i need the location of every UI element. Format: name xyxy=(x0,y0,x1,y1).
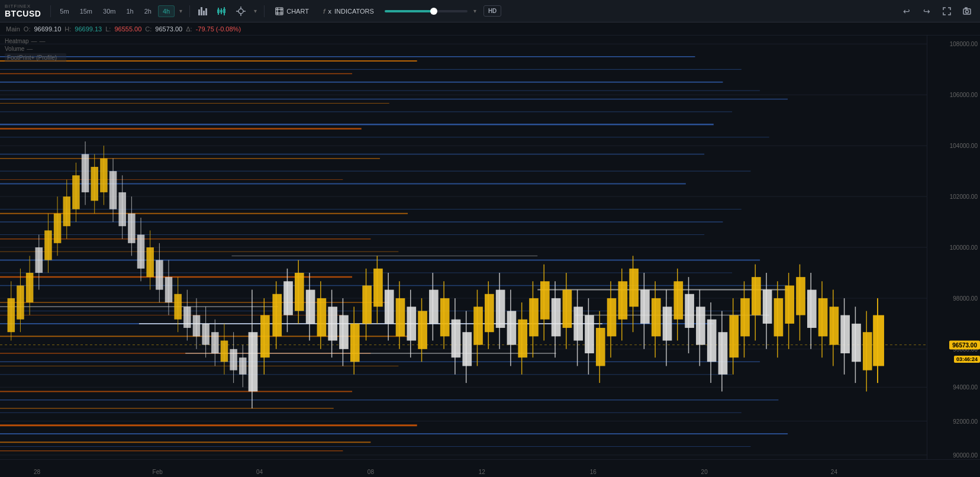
current-time-badge: 03:46:24 xyxy=(954,356,980,363)
svg-rect-168 xyxy=(763,290,772,324)
svg-rect-76 xyxy=(249,332,258,391)
slider-container: ▾ xyxy=(385,8,479,14)
divider3 xyxy=(264,5,265,17)
brand-block: BITFINEX BTCUSD xyxy=(5,4,41,18)
svg-rect-118 xyxy=(485,294,494,332)
hd-badge[interactable]: HD xyxy=(483,5,501,17)
svg-rect-64 xyxy=(193,315,201,337)
high-value: 96699.13 xyxy=(75,25,102,33)
volume-label: Volume xyxy=(5,46,24,52)
svg-rect-60 xyxy=(174,294,182,320)
chart-main-row: Heatmap — — Volume — FootPrint+ (Profile… xyxy=(0,36,980,459)
svg-rect-114 xyxy=(462,332,472,366)
crosshair-dropdown-arrow[interactable]: ▾ xyxy=(252,8,259,14)
time-label-feb: Feb xyxy=(153,469,163,475)
svg-rect-46 xyxy=(109,171,117,209)
footprint-label: FootPrint+ (Profile) xyxy=(7,54,57,61)
svg-rect-100 xyxy=(385,290,394,324)
crosshair-icon xyxy=(236,7,246,16)
candle-group-drop xyxy=(249,260,360,408)
svg-rect-176 xyxy=(807,290,817,328)
delta-value: -79.75 (-0.08%) xyxy=(196,25,241,33)
price-tick-90000: 90000.00 xyxy=(953,452,978,458)
left-panel: Heatmap — — Volume — FootPrint+ (Profile… xyxy=(0,36,71,66)
redo-button[interactable]: ↪ xyxy=(918,3,935,20)
svg-rect-126 xyxy=(529,298,539,336)
price-tick-108000: 108000.00 xyxy=(950,41,978,47)
heatmap-settings-icon[interactable]: — xyxy=(31,38,37,44)
svg-rect-102 xyxy=(396,298,405,336)
svg-rect-150 xyxy=(663,307,672,340)
svg-rect-48 xyxy=(118,192,126,226)
svg-rect-174 xyxy=(796,277,805,315)
tf-1h[interactable]: 1h xyxy=(122,6,137,17)
svg-rect-162 xyxy=(729,315,739,358)
indicators-button[interactable]: f x INDICATORS xyxy=(317,5,380,17)
svg-rect-38 xyxy=(72,175,80,209)
svg-rect-144 xyxy=(629,269,639,307)
delta-label: Δ: xyxy=(186,25,192,33)
snapshot-button[interactable] xyxy=(959,3,975,20)
price-tick-106000: 106000.00 xyxy=(950,92,978,98)
time-label-20: 20 xyxy=(701,469,708,475)
toolbar: BITFINEX BTCUSD 5m 15m 30m 1h 2h 4h ▾ ▾ xyxy=(0,0,980,22)
svg-point-21 xyxy=(966,10,969,13)
svg-rect-44 xyxy=(100,159,108,192)
bar-chart-icon-btn[interactable] xyxy=(195,3,211,20)
divider2 xyxy=(189,5,190,17)
time-label-24: 24 xyxy=(831,469,837,475)
volume-settings-icon[interactable]: — xyxy=(27,46,33,52)
range-slider[interactable] xyxy=(385,10,468,12)
slider-dropdown-arrow[interactable]: ▾ xyxy=(471,8,479,14)
heatmap-close-icon[interactable]: — xyxy=(40,38,46,44)
bar-chart-icon xyxy=(198,7,208,15)
svg-rect-172 xyxy=(785,285,794,323)
svg-rect-3 xyxy=(205,8,207,15)
tf-5m[interactable]: 5m xyxy=(56,6,73,17)
svg-rect-70 xyxy=(221,341,228,362)
price-tick-98000: 98000.00 xyxy=(953,295,978,301)
tf-dropdown-arrow[interactable]: ▾ xyxy=(177,8,185,14)
svg-rect-9 xyxy=(223,9,225,13)
heatmap-indicator: Heatmap — — xyxy=(5,38,66,44)
tf-15m[interactable]: 15m xyxy=(76,6,96,17)
undo-button[interactable]: ↩ xyxy=(898,3,915,20)
price-tick-94000: 94000.00 xyxy=(953,384,978,391)
svg-rect-80 xyxy=(272,294,282,337)
svg-rect-0 xyxy=(198,9,200,15)
svg-rect-136 xyxy=(585,315,594,353)
svg-rect-134 xyxy=(573,307,583,340)
svg-rect-86 xyxy=(306,290,315,324)
tf-4h[interactable]: 4h xyxy=(158,5,175,17)
chart-button[interactable]: CHART xyxy=(269,5,315,18)
candle-chart-icon-btn[interactable] xyxy=(214,3,230,20)
svg-rect-52 xyxy=(137,235,145,269)
svg-rect-90 xyxy=(328,307,337,340)
svg-rect-104 xyxy=(407,307,416,340)
candle-chart-icon xyxy=(217,7,227,15)
svg-rect-130 xyxy=(552,298,561,336)
svg-rect-188 xyxy=(873,315,884,366)
chart-svg-area[interactable] xyxy=(0,36,927,459)
tf-2h[interactable]: 2h xyxy=(140,6,156,17)
svg-rect-1 xyxy=(201,7,202,15)
svg-rect-28 xyxy=(26,273,34,302)
svg-rect-94 xyxy=(350,324,360,362)
svg-rect-110 xyxy=(440,298,450,336)
svg-rect-40 xyxy=(82,154,89,192)
svg-rect-178 xyxy=(818,298,828,336)
svg-rect-34 xyxy=(54,214,62,243)
heatmap-label: Heatmap xyxy=(5,38,29,44)
tf-30m[interactable]: 30m xyxy=(99,6,120,17)
crosshair-icon-btn[interactable] xyxy=(233,3,249,20)
time-label-28: 28 xyxy=(34,469,40,475)
svg-rect-5 xyxy=(217,9,220,13)
svg-rect-170 xyxy=(774,298,784,336)
ohlc-bar: Main O: 96699.10 H: 96699.13 L: 96555.00… xyxy=(0,22,980,36)
svg-rect-182 xyxy=(840,315,850,353)
fullscreen-button[interactable] xyxy=(939,3,955,20)
svg-rect-84 xyxy=(295,273,304,311)
low-label: L: xyxy=(105,25,111,33)
time-label-04: 04 xyxy=(256,469,263,475)
svg-rect-152 xyxy=(673,281,683,319)
